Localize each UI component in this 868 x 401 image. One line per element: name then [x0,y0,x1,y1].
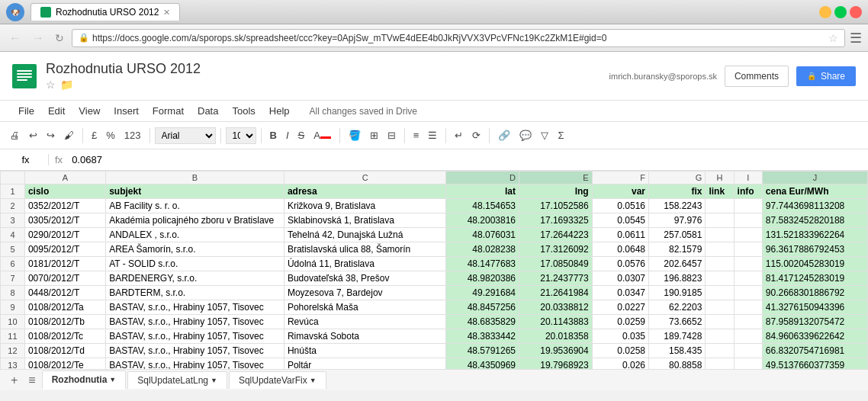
menu-help[interactable]: Help [263,102,296,120]
table-row[interactable]: 50095/2012/TAREA Šamorín, s.r.o.Bratisla… [1,242,868,257]
menu-edit[interactable]: Edit [42,102,71,120]
cell-r13-c7[interactable] [706,358,734,370]
address-bar[interactable]: 🔒 https://docs.google.com/a/sporops.sk/s… [72,29,845,47]
cell-r13-c4[interactable]: 19.7968923 [519,358,593,370]
cell-r13-c1[interactable]: BASTAV, s.r.o., Hrabiny 1057, Tisovec [106,358,285,370]
cell-r1-c9[interactable]: cena Eur/MWh [762,184,867,199]
cell-r13-c0[interactable]: 0108/2012/Te [24,358,105,370]
col-header-b[interactable]: B [106,172,285,184]
redo-btn[interactable]: ↪ [43,127,59,143]
browser-tab[interactable]: Rozhodnutia URSO 2012 ✕ [31,3,180,21]
cell-r8-c1[interactable]: BARDTERM, s.r.o. [106,286,285,300]
cell-r4-c1[interactable]: ANDALEX , s.r.o. [106,228,285,242]
menu-insert[interactable]: Insert [108,102,145,120]
cell-r5-c3[interactable]: 48.028238 [446,242,519,257]
cell-r12-c5[interactable]: 0.0258 [592,344,648,358]
cell-r6-c3[interactable]: 48.1477683 [446,257,519,271]
spreadsheet-container[interactable]: A B C D E F G H I J 1cislosubjektadresal… [0,171,868,369]
text-color-btn[interactable]: A [310,127,335,143]
wrap-btn[interactable]: ↵ [451,127,467,143]
cell-r11-c7[interactable] [706,329,734,344]
cell-r10-c6[interactable]: 73.6652 [649,315,706,329]
strikethrough-btn[interactable]: S [294,127,309,143]
formula-input[interactable] [69,154,865,165]
table-row[interactable]: 120108/2012/TdBASTAV, s.r.o., Hrabiny 10… [1,344,868,358]
browser-menu-icon[interactable]: ☰ [850,30,862,47]
cell-r4-c8[interactable] [734,228,762,242]
cell-r11-c9[interactable]: 84.9606339622642 [762,329,867,344]
refresh-btn[interactable]: ↻ [52,30,67,46]
menu-view[interactable]: View [72,102,106,120]
cell-r12-c3[interactable]: 48.5791265 [446,344,519,358]
cell-r4-c4[interactable]: 17.2644223 [519,228,593,242]
currency-btn[interactable]: £ [88,127,101,143]
menu-format[interactable]: Format [146,102,190,120]
cell-r3-c7[interactable] [706,213,734,228]
fill-color-btn[interactable]: 🪣 [345,127,365,143]
percent-btn[interactable]: % [102,127,119,143]
cell-r9-c3[interactable]: 48.8457256 [446,300,519,315]
cell-r6-c0[interactable]: 0181/2012/T [24,257,105,271]
cell-r1-c8[interactable]: info [734,184,762,199]
cell-r5-c7[interactable] [706,242,734,257]
comments-btn[interactable]: Comments [725,66,789,87]
paint-format-btn[interactable]: 🖌 [60,127,78,143]
cell-r7-c2[interactable]: Budovateľská 38, Prešov [284,271,446,286]
cell-r5-c2[interactable]: Bratislavská ulica 88, Šamorín [284,242,446,257]
cell-r11-c3[interactable]: 48.3833442 [446,329,519,344]
cell-r1-c2[interactable]: adresa [284,184,446,199]
cell-r9-c4[interactable]: 20.0338812 [519,300,593,315]
cell-r4-c7[interactable] [706,228,734,242]
cell-r1-c1[interactable]: subjekt [106,184,285,199]
table-row[interactable]: 110108/2012/TcBASTAV, s.r.o., Hrabiny 10… [1,329,868,344]
cell-r13-c5[interactable]: 0.026 [592,358,648,370]
minimize-btn[interactable] [819,6,831,18]
cell-r9-c6[interactable]: 62.2203 [649,300,706,315]
cell-r12-c4[interactable]: 19.9536904 [519,344,593,358]
cell-r8-c6[interactable]: 190.9185 [649,286,706,300]
menu-data[interactable]: Data [191,102,224,120]
table-row[interactable]: 60181/2012/TAT - SOLID s.r.o.Údolná 11, … [1,257,868,271]
cell-r7-c6[interactable]: 196.8823 [649,271,706,286]
cell-r12-c2[interactable]: Hnúšta [284,344,446,358]
back-btn[interactable]: ← [6,30,24,47]
cell-r3-c4[interactable]: 17.1693325 [519,213,593,228]
sheet-list-btn[interactable]: ≡ [24,372,40,389]
cell-r11-c5[interactable]: 0.035 [592,329,648,344]
col-header-d[interactable]: D [446,172,519,184]
cell-r11-c0[interactable]: 0108/2012/Tc [24,329,105,344]
cell-r10-c0[interactable]: 0108/2012/Tb [24,315,105,329]
cell-r6-c2[interactable]: Údolná 11, Bratislava [284,257,446,271]
cell-r5-c4[interactable]: 17.3126092 [519,242,593,257]
table-row[interactable]: 70070/2012/TBARDENERGY, s.r.o.Budovateľs… [1,271,868,286]
table-row[interactable]: 130108/2012/TeBASTAV, s.r.o., Hrabiny 10… [1,358,868,370]
cell-r3-c2[interactable]: Sklabinovská 1, Bratislava [284,213,446,228]
cell-r9-c8[interactable] [734,300,762,315]
col-header-e[interactable]: E [519,172,593,184]
cell-r5-c1[interactable]: AREA Šamorín, s.r.o. [106,242,285,257]
cell-r10-c8[interactable] [734,315,762,329]
col-header-j[interactable]: J [762,172,867,184]
cell-r11-c6[interactable]: 189.7428 [649,329,706,344]
align-center-btn[interactable]: ☰ [424,127,441,143]
cell-r8-c4[interactable]: 21.2641984 [519,286,593,300]
cell-r5-c9[interactable]: 96.3617886792453 [762,242,867,257]
cell-r13-c8[interactable] [734,358,762,370]
forward-btn[interactable]: → [29,30,47,47]
sigma-btn[interactable]: Σ [554,127,567,143]
table-row[interactable]: 80448/2012/TBARDTERM, s.r.o.Moyzesova 7,… [1,286,868,300]
cell-r2-c0[interactable]: 0352/2012/T [24,199,105,213]
share-btn[interactable]: 🔒 Share [796,66,856,86]
filter-btn[interactable]: ▽ [537,127,552,143]
cell-r6-c9[interactable]: 115.002045283019 [762,257,867,271]
table-row[interactable]: 40290/2012/TANDALEX , s.r.o.Tehelná 42, … [1,228,868,242]
cell-r8-c3[interactable]: 49.291684 [446,286,519,300]
cell-r3-c3[interactable]: 48.2003816 [446,213,519,228]
align-left-btn[interactable]: ≡ [410,127,423,143]
cell-r10-c1[interactable]: BASTAV, s.r.o., Hrabiny 1057, Tisovec [106,315,285,329]
cell-r4-c6[interactable]: 257.0581 [649,228,706,242]
undo-btn[interactable]: ↩ [25,127,41,143]
cell-r9-c5[interactable]: 0.0227 [592,300,648,315]
cell-r8-c7[interactable] [706,286,734,300]
cell-r5-c5[interactable]: 0.0648 [592,242,648,257]
